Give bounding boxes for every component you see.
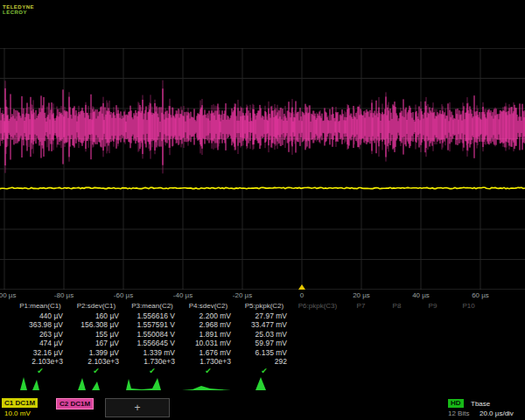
measure-cell: 1.339 mV	[124, 348, 180, 358]
timebase-descriptor[interactable]: Tbase	[471, 400, 490, 408]
measure-header-p8[interactable]: P8	[379, 302, 415, 312]
measure-cell: 160 µV	[68, 312, 124, 321]
histicon-p5[interactable]	[236, 375, 292, 393]
measure-cell: 263 µV	[12, 330, 68, 340]
measure-cell: 1.730e+3	[124, 357, 180, 367]
time-label: -60 µs	[114, 291, 133, 299]
measure-cell: 1.730e+3	[180, 357, 236, 367]
measure-cell: 440 µV	[12, 312, 68, 321]
histogram-icon	[14, 377, 63, 390]
histogram-icon	[126, 378, 175, 390]
histicon-p4[interactable]	[180, 375, 236, 393]
time-label: -20 µs	[233, 291, 252, 299]
measure-header-p9[interactable]: P9	[415, 302, 451, 312]
measurement-header-row: P1:mean(C1) P2:sdev(C1) P3:mean(C2) P4:s…	[0, 302, 525, 312]
measure-cell: 1.676 mV	[180, 348, 236, 358]
histogram-icon	[238, 377, 287, 390]
measure-cell: 2.968 mV	[180, 320, 236, 330]
measure-cell: 363.98 µV	[12, 320, 68, 330]
timebase-scale: 20.0 µs/div	[480, 410, 514, 417]
c1-vertical-scale: 10.0 mV	[4, 410, 31, 417]
measure-cell: 2.103e+3	[68, 357, 124, 367]
measure-cell: 1.557591 V	[124, 320, 180, 330]
histogram-icon	[182, 386, 231, 390]
measure-cell: 1.891 mV	[180, 330, 236, 340]
c1-waveform[interactable]	[0, 187, 525, 188]
status-check-icon: ✔	[124, 367, 180, 376]
measure-header-p1[interactable]: P1:mean(C1)	[12, 302, 68, 312]
measure-cell: 2.103e+3	[12, 357, 68, 367]
time-label: -100 µs	[0, 291, 16, 299]
hd-mode-badge[interactable]: HD	[448, 399, 464, 408]
measure-header-p7[interactable]: P7	[343, 302, 379, 312]
measure-row-num: 2.103e+3 2.103e+3 1.730e+3 1.730e+3 292	[0, 357, 525, 367]
histicon-row	[12, 375, 292, 393]
time-label: 20 µs	[353, 291, 370, 299]
measure-header-p4[interactable]: P4:sdev(C2)	[180, 302, 236, 312]
vendor-logo-line2: LECROY	[3, 10, 34, 15]
hd-bits-label: 12 Bits	[448, 410, 469, 417]
measure-cell: 32.16 µV	[12, 348, 68, 358]
c1-trace-descriptor[interactable]: C1 DC1M	[2, 398, 38, 408]
status-check-icon: ✔	[68, 367, 124, 376]
histogram-icon	[70, 378, 119, 390]
measure-cell: 1.399 µV	[68, 348, 124, 358]
histicon-p2[interactable]	[68, 375, 124, 393]
oscilloscope-screen: TELEDYNE LECROY -100 µs -80 µs -60 µs -4…	[0, 0, 525, 420]
measure-row-min: 263 µV 155 µV 1.550084 V 1.891 mV 25.03 …	[0, 330, 525, 340]
measure-header-p10[interactable]: P10	[451, 302, 486, 312]
measure-cell: 25.03 mV	[236, 330, 292, 340]
measure-cell: 1.556616 V	[124, 312, 180, 321]
measurement-table: P1:mean(C1) P2:sdev(C1) P3:mean(C2) P4:s…	[0, 302, 525, 375]
status-check-icon: ✔	[180, 367, 236, 376]
graticule	[0, 48, 525, 290]
time-label: 40 µs	[412, 291, 430, 299]
measure-cell: 1.550084 V	[124, 330, 180, 340]
measure-header-p3[interactable]: P3:mean(C2)	[124, 302, 180, 312]
measure-header-p6[interactable]: P6:pkpk(C3)	[292, 302, 343, 312]
measure-row-sdev: 32.16 µV 1.399 µV 1.339 mV 1.676 mV 6.13…	[0, 348, 525, 358]
c2-waveform[interactable]	[0, 88, 525, 165]
measure-cell: 10.031 mV	[180, 339, 236, 348]
histicon-p3[interactable]	[124, 375, 180, 393]
measure-cell: 2.200 mV	[180, 312, 236, 321]
add-trace-button[interactable]: +	[105, 398, 170, 417]
measure-cell: 155 µV	[68, 330, 124, 340]
time-axis: -100 µs -80 µs -60 µs -40 µs -20 µs 0 20…	[0, 291, 525, 301]
time-label: 60 µs	[472, 291, 489, 299]
vendor-logo: TELEDYNE LECROY	[3, 4, 34, 15]
descriptor-bar: C1 DC1M 10.0 mV C2 DC1M + HD Tbase 12 Bi…	[0, 398, 525, 420]
measure-cell: 6.135 mV	[236, 348, 292, 358]
graticule-area	[0, 48, 525, 290]
grid-lines	[0, 48, 525, 290]
status-check-icon: ✔	[12, 367, 68, 376]
measure-header-p5[interactable]: P5:pkpk(C2)	[236, 302, 292, 312]
measure-row-max: 474 µV 167 µV 1.556645 V 10.031 mV 59.97…	[0, 339, 525, 348]
measure-cell: 27.97 mV	[236, 312, 292, 321]
measure-cell: 167 µV	[68, 339, 124, 348]
measure-cell: 59.97 mV	[236, 339, 292, 348]
time-label: -40 µs	[173, 291, 192, 299]
histicon-p1[interactable]	[12, 375, 68, 393]
measure-cell: 156.308 µV	[68, 320, 124, 330]
measure-header-p2[interactable]: P2:sdev(C1)	[68, 302, 124, 312]
status-check-icon: ✔	[236, 367, 292, 376]
measure-row-status: ✔ ✔ ✔ ✔ ✔	[0, 367, 525, 376]
c2-trace-descriptor[interactable]: C2 DC1M	[56, 398, 94, 410]
measure-row-value: 440 µV 160 µV 1.556616 V 2.200 mV 27.97 …	[0, 312, 525, 321]
time-label-zero: 0	[300, 291, 304, 299]
measure-cell: 1.556645 V	[124, 339, 180, 348]
trigger-time-marker-icon[interactable]	[298, 284, 305, 290]
measure-row-mean: 363.98 µV 156.308 µV 1.557591 V 2.968 mV…	[0, 320, 525, 330]
measure-cell: 292	[236, 357, 292, 367]
measure-cell: 474 µV	[12, 339, 68, 348]
time-label: -80 µs	[54, 291, 74, 299]
measure-cell: 33.477 mV	[236, 320, 292, 330]
